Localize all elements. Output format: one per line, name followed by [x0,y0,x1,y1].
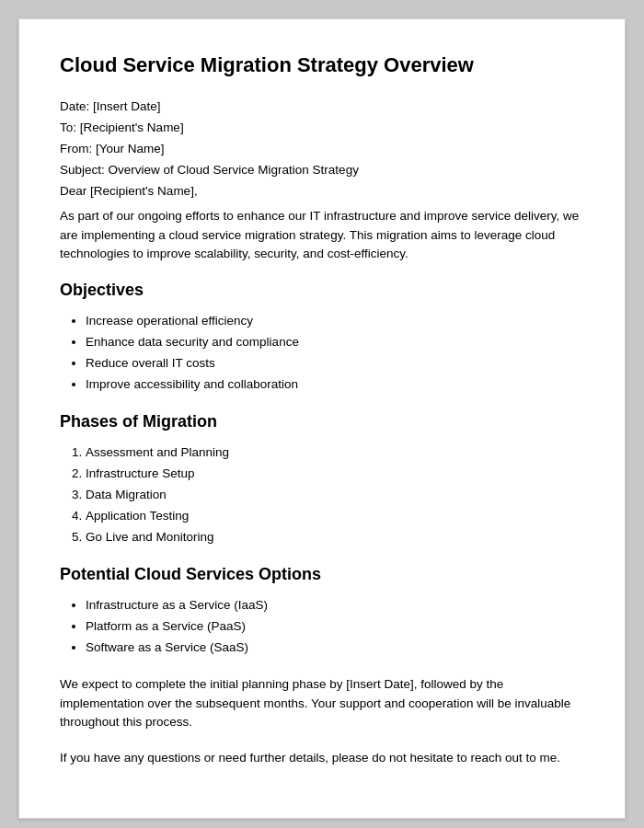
list-item: Data Migration [86,485,584,506]
closing-paragraph-1: We expect to complete the initial planni… [60,675,584,733]
list-item: Software as a Service (SaaS) [86,638,584,659]
closing-paragraph-2: If you have any questions or need furthe… [60,749,584,768]
document-title: Cloud Service Migration Strategy Overvie… [60,52,584,79]
cloud-services-heading: Potential Cloud Services Options [60,565,584,584]
list-item: Infrastructure Setup [86,464,584,485]
list-item: Enhance data security and compliance [86,332,584,353]
intro-paragraph: As part of our ongoing efforts to enhanc… [60,207,584,265]
document-container: Cloud Service Migration Strategy Overvie… [18,18,626,819]
subject-field: Subject: Overview of Cloud Service Migra… [60,163,584,177]
objectives-list: Increase operational efficiency Enhance … [60,311,584,396]
date-field: Date: [Insert Date] [60,99,584,113]
cloud-services-list: Infrastructure as a Service (IaaS) Platf… [60,595,584,659]
objectives-heading: Objectives [60,281,584,300]
phases-heading: Phases of Migration [60,412,584,431]
list-item: Platform as a Service (PaaS) [86,616,584,638]
list-item: Improve accessibility and collaboration [86,374,584,396]
list-item: Increase operational efficiency [86,311,584,332]
list-item: Application Testing [86,506,584,527]
to-field: To: [Recipient's Name] [60,121,584,134]
list-item: Infrastructure as a Service (IaaS) [86,595,584,616]
list-item: Go Live and Monitoring [86,527,584,548]
list-item: Reduce overall IT costs [86,353,584,374]
from-field: From: [Your Name] [60,142,584,155]
list-item: Assessment and Planning [86,443,584,464]
greeting-line: Dear [Recipient's Name], [60,184,584,198]
phases-list: Assessment and Planning Infrastructure S… [60,443,584,548]
